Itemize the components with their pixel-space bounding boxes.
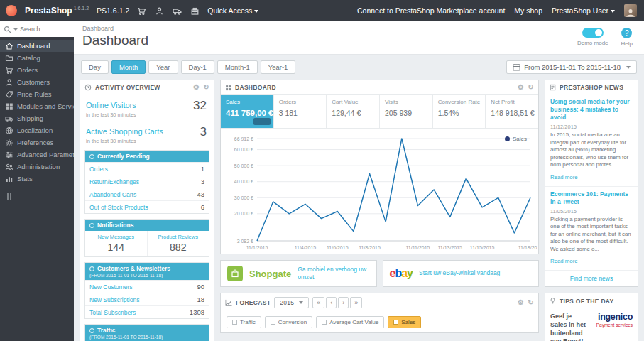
range-day-minus-1-button[interactable]: Day-1	[181, 60, 214, 74]
gear-icon[interactable]: ⚙	[518, 299, 524, 306]
svg-text:11/6/2015: 11/6/2015	[327, 245, 349, 250]
sales-line-chart[interactable]: 66 912 €60 000 €50 000 €40 000 €30 000 €…	[222, 131, 537, 252]
sidebar-item-shipping[interactable]: Shipping	[0, 112, 74, 124]
shopgate-brand-text: Shopgate	[249, 269, 291, 279]
news-title-link[interactable]: Ecommerce 101: Payments in a Tweet	[550, 190, 633, 206]
module-promos: Shopgate Ga mobiel en verhoog uw omzet e…	[220, 260, 539, 287]
chevron-down-icon	[611, 10, 615, 13]
range-year-minus-1-button[interactable]: Year-1	[261, 60, 296, 74]
shipping-truck-icon[interactable]	[173, 6, 182, 16]
new-messages-cell[interactable]: New Messages144	[85, 231, 147, 256]
news-excerpt: Picking a payment provider is one of the…	[550, 216, 633, 254]
cart-icon[interactable]	[137, 6, 146, 16]
sidebar-item-customers[interactable]: Customers	[0, 76, 74, 88]
product-reviews-cell[interactable]: Product Reviews882	[147, 231, 209, 256]
forecast-chip-average-cart-value[interactable]: Average Cart Value	[316, 316, 384, 328]
chart-legend[interactable]: Sales	[505, 136, 527, 142]
checkbox-icon	[393, 320, 398, 325]
sidebar-item-dashboard[interactable]: Dashboard	[0, 40, 74, 52]
gift-icon[interactable]	[190, 6, 200, 16]
ebay-promo[interactable]: ebay Start uw eBay-winkel vandaag	[383, 260, 540, 287]
sidebar-item-stats[interactable]: Stats	[0, 173, 74, 185]
gear-icon[interactable]: ⚙	[518, 84, 524, 91]
kpi-conversion-rate[interactable]: Conversion Rate1.54%	[432, 95, 486, 128]
forecast-next-button[interactable]: ›	[338, 297, 349, 308]
checkbox-icon	[322, 320, 327, 325]
kpi-net-profit[interactable]: Net Profit148 918,51 €	[485, 95, 538, 128]
news-excerpt: In 2015, social media are an integral pa…	[550, 131, 633, 169]
forecast-chip-traffic[interactable]: Traffic	[227, 316, 261, 328]
customer-icon[interactable]	[155, 6, 164, 16]
gear-icon	[5, 139, 13, 147]
online-visitors-link[interactable]: Online Visitors	[86, 101, 136, 109]
search-input[interactable]	[20, 26, 61, 33]
sidebar-item-localization[interactable]: Localization	[0, 124, 74, 136]
abandoned-carts-row: Abandoned Carts43	[85, 188, 209, 200]
shopgate-promo-link[interactable]: Ga mobiel en verhoog uw omzet	[298, 266, 369, 281]
section-bullet-icon	[89, 154, 94, 159]
sidebar-item-orders[interactable]: Orders	[0, 64, 74, 76]
range-month-button[interactable]: Month	[111, 60, 146, 74]
quick-access-menu[interactable]: Quick Access	[207, 6, 258, 15]
traffic-section: Traffic (FROM 2015-11-01 TO 2015-11-18) …	[84, 324, 209, 341]
lightbulb-icon	[550, 297, 556, 305]
forecast-prev-button[interactable]: ‹	[326, 297, 337, 308]
read-more-link[interactable]: Read more	[550, 174, 578, 180]
ebay-promo-link[interactable]: Start uw eBay-winkel vandaag	[419, 269, 500, 277]
page-header: Dashboard Dashboard Demo mode ? Help	[74, 21, 644, 55]
search-icon	[4, 26, 11, 33]
shopgate-promo[interactable]: Shopgate Ga mobiel en verhoog uw omzet	[220, 260, 377, 287]
home-icon	[5, 42, 13, 50]
sidebar-item-preferences[interactable]: Preferences	[0, 136, 74, 148]
forecast-year-select[interactable]: 2015	[274, 297, 309, 308]
kpi-cart-value[interactable]: Cart Value129,44 €	[326, 95, 379, 128]
forecast-last-button[interactable]: »	[350, 297, 362, 308]
sidebar-item-price-rules[interactable]: Price Rules	[0, 88, 74, 100]
folder-icon	[5, 54, 13, 63]
read-more-link[interactable]: Read more	[550, 258, 578, 264]
search-scope-caret-icon[interactable]	[13, 28, 18, 31]
ingenico-logo[interactable]: ingenico Payment services	[596, 313, 633, 341]
news-title-link[interactable]: Using social media for your business: 4 …	[550, 98, 633, 121]
kpi-orders[interactable]: Orders3 181	[273, 95, 327, 128]
range-year-button[interactable]: Year	[148, 60, 178, 74]
prestashop-logo	[6, 5, 17, 16]
svg-text:40 000 €: 40 000 €	[234, 179, 253, 184]
my-shop-link[interactable]: My shop	[514, 6, 542, 15]
new-customers-row: New Customers90	[85, 280, 209, 293]
refresh-icon[interactable]: ↻	[203, 84, 209, 91]
person-icon	[5, 78, 13, 87]
refresh-icon[interactable]: ↻	[528, 84, 534, 91]
sidebar-item-advanced-parameters[interactable]: Advanced Parameters	[0, 148, 74, 161]
range-day-button[interactable]: Day	[81, 60, 109, 74]
date-range-picker[interactable]: From 2015-11-01 To 2015-11-18	[506, 60, 637, 74]
sidebar-item-catalog[interactable]: Catalog	[0, 52, 74, 64]
forecast-first-button[interactable]: «	[312, 297, 324, 308]
panel-title: FORECAST	[236, 299, 271, 306]
sidebar-item-modules[interactable]: Modules and Services	[0, 100, 74, 112]
refresh-icon[interactable]: ↻	[528, 299, 534, 306]
panel-title: TIPS OF THE DAY	[560, 298, 613, 305]
svg-text:11/13/2015: 11/13/2015	[438, 245, 463, 250]
news-item: Using social media for your business: 4 …	[545, 94, 638, 186]
brand-version: 1.6.1.2	[74, 6, 89, 11]
active-carts-link[interactable]: Active Shopping Carts	[86, 127, 163, 136]
svg-text:11/15/2015: 11/15/2015	[470, 245, 495, 250]
demo-mode-toggle[interactable]	[582, 28, 604, 38]
find-more-news-link[interactable]: Find more news	[545, 270, 638, 286]
forecast-chip-sales[interactable]: Sales	[388, 316, 421, 328]
menu-collapse-button[interactable]	[7, 193, 74, 200]
sidebar-item-administration[interactable]: Administration	[0, 161, 74, 173]
section-bullet-icon	[89, 223, 94, 228]
user-menu[interactable]: PrestaShop User	[552, 6, 615, 15]
range-month-minus-1-button[interactable]: Month-1	[217, 60, 258, 74]
kpi-visits[interactable]: Visits205 939	[379, 95, 432, 128]
panel-title: ACTIVITY OVERVIEW	[95, 84, 160, 91]
marketplace-connect-link[interactable]: Connect to PrestaShop Marketplace accoun…	[357, 6, 505, 15]
shopgate-logo-icon	[227, 266, 243, 281]
forecast-chip-conversion[interactable]: Conversion	[265, 316, 312, 328]
gear-icon[interactable]: ⚙	[193, 84, 200, 91]
kpi-sales[interactable]: Sales411 759,00 €	[221, 95, 273, 128]
help-button[interactable]: ?	[621, 28, 632, 38]
user-avatar[interactable]	[624, 4, 637, 17]
